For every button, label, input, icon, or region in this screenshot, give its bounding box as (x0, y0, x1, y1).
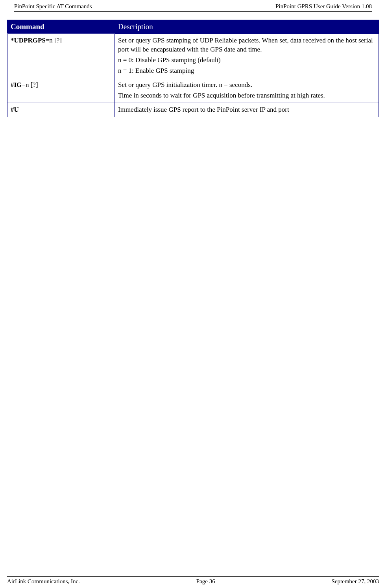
column-header-description: Description (115, 20, 379, 34)
header-left: PinPoint Specific AT Commands (14, 3, 92, 10)
description-line: Immediately issue GPS report to the PinP… (118, 105, 375, 114)
description-line: n = 0: Disable GPS stamping (default) (118, 56, 375, 65)
command-name: *UDPRGPS (11, 37, 46, 44)
footer-center: Page 36 (196, 578, 215, 585)
description-line: Set or query GPS stamping of UDP Reliabl… (118, 36, 375, 54)
description-cell: Set or query GPS stamping of UDP Reliabl… (115, 34, 379, 78)
command-name: #IG (11, 81, 22, 88)
column-header-command: Command (7, 20, 115, 34)
command-suffix: =n [?] (46, 37, 62, 44)
description-line: n = 1: Enable GPS stamping (118, 66, 375, 76)
table-row: #IG=n [?] Set or query GPS initializatio… (7, 78, 379, 103)
footer-left: AirLink Communications, Inc. (7, 578, 80, 585)
command-table: Command Description *UDPRGPS=n [?] Set o… (7, 20, 379, 117)
command-table-container: Command Description *UDPRGPS=n [?] Set o… (0, 12, 386, 117)
table-header-row: Command Description (7, 20, 379, 34)
page-footer: AirLink Communications, Inc. Page 36 Sep… (7, 576, 379, 585)
description-cell: Immediately issue GPS report to the PinP… (115, 103, 379, 117)
description-cell: Set or query GPS initialization timer. n… (115, 78, 379, 103)
description-line: Set or query GPS initialization timer. n… (118, 81, 375, 90)
command-cell: #U (7, 103, 115, 117)
command-suffix: =n [?] (22, 81, 38, 88)
command-cell: #IG=n [?] (7, 78, 115, 103)
footer-right: September 27, 2003 (332, 578, 379, 585)
command-cell: *UDPRGPS=n [?] (7, 34, 115, 78)
table-row: #U Immediately issue GPS report to the P… (7, 103, 379, 117)
description-line: Time in seconds to wait for GPS acquisit… (118, 91, 375, 100)
table-row: *UDPRGPS=n [?] Set or query GPS stamping… (7, 34, 379, 78)
page-header: PinPoint Specific AT Commands PinPoint G… (14, 0, 372, 12)
command-name: #U (11, 106, 19, 113)
header-right: PinPoint GPRS User Guide Version 1.08 (275, 3, 372, 10)
